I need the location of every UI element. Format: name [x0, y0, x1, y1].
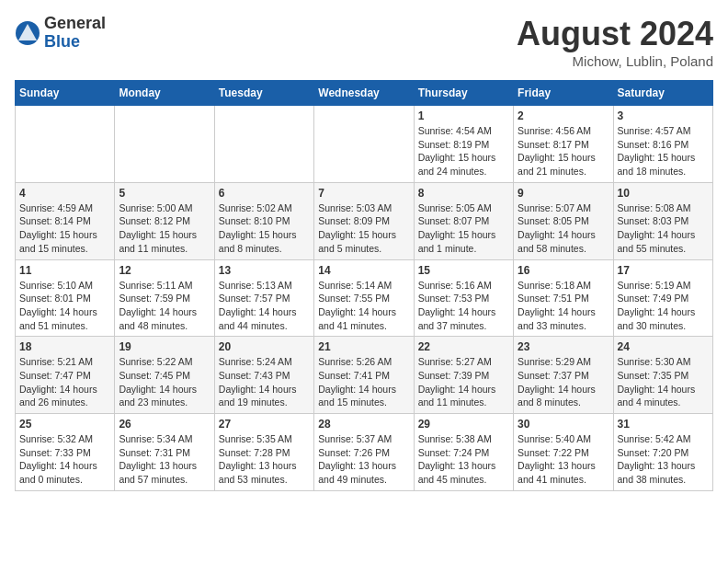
day-number: 10 — [618, 187, 709, 200]
day-number: 19 — [119, 340, 210, 353]
calendar-cell — [214, 106, 313, 183]
logo: General Blue — [15, 15, 106, 52]
day-number: 22 — [418, 340, 509, 353]
logo-text: General Blue — [44, 15, 106, 52]
day-info: Sunrise: 5:42 AM Sunset: 7:20 PM Dayligh… — [618, 432, 709, 487]
day-number: 6 — [219, 187, 310, 200]
day-info: Sunrise: 5:37 AM Sunset: 7:26 PM Dayligh… — [318, 432, 409, 487]
calendar-cell: 28Sunrise: 5:37 AM Sunset: 7:26 PM Dayli… — [314, 414, 414, 491]
day-number: 9 — [518, 187, 609, 200]
calendar-cell — [115, 106, 214, 183]
day-number: 15 — [418, 264, 509, 277]
day-info: Sunrise: 4:57 AM Sunset: 8:16 PM Dayligh… — [618, 124, 709, 178]
calendar-cell: 6Sunrise: 5:02 AM Sunset: 8:10 PM Daylig… — [214, 182, 313, 259]
calendar-cell: 24Sunrise: 5:30 AM Sunset: 7:35 PM Dayli… — [613, 337, 712, 414]
title-block: August 2024 Michow, Lublin, Poland — [517, 15, 713, 69]
day-number: 25 — [19, 418, 110, 431]
calendar-cell: 26Sunrise: 5:34 AM Sunset: 7:31 PM Dayli… — [115, 414, 214, 491]
location: Michow, Lublin, Poland — [517, 53, 713, 69]
day-info: Sunrise: 5:35 AM Sunset: 7:28 PM Dayligh… — [219, 432, 310, 487]
day-info: Sunrise: 5:27 AM Sunset: 7:39 PM Dayligh… — [418, 355, 509, 409]
day-info: Sunrise: 5:18 AM Sunset: 7:51 PM Dayligh… — [518, 279, 609, 333]
calendar-cell: 5Sunrise: 5:00 AM Sunset: 8:12 PM Daylig… — [115, 182, 214, 259]
day-number: 29 — [418, 418, 509, 431]
day-number: 27 — [219, 418, 310, 431]
day-info: Sunrise: 5:34 AM Sunset: 7:31 PM Dayligh… — [119, 432, 210, 487]
calendar-week-row: 25Sunrise: 5:32 AM Sunset: 7:33 PM Dayli… — [16, 414, 713, 491]
day-info: Sunrise: 4:59 AM Sunset: 8:14 PM Dayligh… — [19, 201, 110, 256]
logo-icon — [15, 20, 40, 46]
calendar-cell: 25Sunrise: 5:32 AM Sunset: 7:33 PM Dayli… — [16, 414, 115, 491]
day-info: Sunrise: 5:40 AM Sunset: 7:22 PM Dayligh… — [518, 432, 609, 487]
day-number: 4 — [19, 187, 110, 200]
calendar-cell: 30Sunrise: 5:40 AM Sunset: 7:22 PM Dayli… — [514, 414, 613, 491]
day-info: Sunrise: 5:38 AM Sunset: 7:24 PM Dayligh… — [418, 432, 509, 487]
calendar-cell: 7Sunrise: 5:03 AM Sunset: 8:09 PM Daylig… — [314, 182, 414, 259]
calendar-cell: 21Sunrise: 5:26 AM Sunset: 7:41 PM Dayli… — [314, 337, 414, 414]
calendar-week-row: 11Sunrise: 5:10 AM Sunset: 8:01 PM Dayli… — [16, 259, 713, 337]
calendar-cell: 10Sunrise: 5:08 AM Sunset: 8:03 PM Dayli… — [613, 182, 712, 259]
calendar-cell: 18Sunrise: 5:21 AM Sunset: 7:47 PM Dayli… — [16, 337, 115, 414]
calendar-cell: 31Sunrise: 5:42 AM Sunset: 7:20 PM Dayli… — [613, 414, 712, 491]
calendar-cell: 1Sunrise: 4:54 AM Sunset: 8:19 PM Daylig… — [414, 106, 513, 183]
day-info: Sunrise: 5:14 AM Sunset: 7:55 PM Dayligh… — [318, 279, 409, 333]
day-number: 13 — [219, 264, 310, 277]
calendar-cell: 14Sunrise: 5:14 AM Sunset: 7:55 PM Dayli… — [314, 259, 414, 337]
day-info: Sunrise: 5:11 AM Sunset: 7:59 PM Dayligh… — [119, 279, 210, 333]
weekday-header: Monday — [115, 81, 214, 106]
weekday-header: Tuesday — [214, 81, 313, 106]
weekday-header: Thursday — [414, 81, 513, 106]
day-info: Sunrise: 5:00 AM Sunset: 8:12 PM Dayligh… — [119, 201, 210, 256]
day-info: Sunrise: 5:29 AM Sunset: 7:37 PM Dayligh… — [518, 355, 609, 409]
day-info: Sunrise: 5:24 AM Sunset: 7:43 PM Dayligh… — [219, 355, 310, 409]
calendar-cell: 3Sunrise: 4:57 AM Sunset: 8:16 PM Daylig… — [613, 106, 712, 183]
calendar-body: 1Sunrise: 4:54 AM Sunset: 8:19 PM Daylig… — [16, 106, 713, 491]
calendar-week-row: 1Sunrise: 4:54 AM Sunset: 8:19 PM Daylig… — [16, 106, 713, 183]
calendar-week-row: 18Sunrise: 5:21 AM Sunset: 7:47 PM Dayli… — [16, 337, 713, 414]
day-number: 11 — [19, 264, 110, 277]
day-number: 14 — [318, 264, 409, 277]
day-info: Sunrise: 5:07 AM Sunset: 8:05 PM Dayligh… — [518, 201, 609, 256]
day-info: Sunrise: 5:21 AM Sunset: 7:47 PM Dayligh… — [19, 355, 110, 409]
day-number: 17 — [618, 264, 709, 277]
calendar-cell: 9Sunrise: 5:07 AM Sunset: 8:05 PM Daylig… — [514, 182, 613, 259]
day-number: 23 — [518, 340, 609, 353]
day-info: Sunrise: 5:10 AM Sunset: 8:01 PM Dayligh… — [19, 279, 110, 333]
calendar-cell — [314, 106, 414, 183]
calendar-cell: 15Sunrise: 5:16 AM Sunset: 7:53 PM Dayli… — [414, 259, 513, 337]
day-number: 8 — [418, 187, 509, 200]
weekday-header: Wednesday — [314, 81, 414, 106]
day-number: 18 — [19, 340, 110, 353]
day-info: Sunrise: 5:30 AM Sunset: 7:35 PM Dayligh… — [618, 355, 709, 409]
calendar-header: SundayMondayTuesdayWednesdayThursdayFrid… — [16, 81, 713, 106]
day-number: 20 — [219, 340, 310, 353]
calendar-table: SundayMondayTuesdayWednesdayThursdayFrid… — [15, 80, 713, 491]
weekday-header: Sunday — [16, 81, 115, 106]
day-info: Sunrise: 5:19 AM Sunset: 7:49 PM Dayligh… — [618, 279, 709, 333]
calendar-cell: 4Sunrise: 4:59 AM Sunset: 8:14 PM Daylig… — [16, 182, 115, 259]
weekday-header: Saturday — [613, 81, 712, 106]
day-info: Sunrise: 5:13 AM Sunset: 7:57 PM Dayligh… — [219, 279, 310, 333]
calendar-cell: 17Sunrise: 5:19 AM Sunset: 7:49 PM Dayli… — [613, 259, 712, 337]
calendar-week-row: 4Sunrise: 4:59 AM Sunset: 8:14 PM Daylig… — [16, 182, 713, 259]
day-number: 16 — [518, 264, 609, 277]
calendar-cell: 11Sunrise: 5:10 AM Sunset: 8:01 PM Dayli… — [16, 259, 115, 337]
logo-general: General — [44, 15, 106, 33]
day-number: 7 — [318, 187, 409, 200]
calendar-cell: 22Sunrise: 5:27 AM Sunset: 7:39 PM Dayli… — [414, 337, 513, 414]
page-header: General Blue August 2024 Michow, Lublin,… — [15, 15, 713, 69]
calendar-cell: 27Sunrise: 5:35 AM Sunset: 7:28 PM Dayli… — [214, 414, 313, 491]
calendar-cell: 8Sunrise: 5:05 AM Sunset: 8:07 PM Daylig… — [414, 182, 513, 259]
day-info: Sunrise: 4:56 AM Sunset: 8:17 PM Dayligh… — [518, 124, 609, 178]
calendar-cell: 12Sunrise: 5:11 AM Sunset: 7:59 PM Dayli… — [115, 259, 214, 337]
day-info: Sunrise: 5:22 AM Sunset: 7:45 PM Dayligh… — [119, 355, 210, 409]
day-number: 24 — [618, 340, 709, 353]
day-number: 30 — [518, 418, 609, 431]
day-number: 28 — [318, 418, 409, 431]
day-info: Sunrise: 5:16 AM Sunset: 7:53 PM Dayligh… — [418, 279, 509, 333]
calendar-cell: 19Sunrise: 5:22 AM Sunset: 7:45 PM Dayli… — [115, 337, 214, 414]
calendar-cell: 2Sunrise: 4:56 AM Sunset: 8:17 PM Daylig… — [514, 106, 613, 183]
weekday-row: SundayMondayTuesdayWednesdayThursdayFrid… — [16, 81, 713, 106]
calendar-cell: 23Sunrise: 5:29 AM Sunset: 7:37 PM Dayli… — [514, 337, 613, 414]
month-title: August 2024 — [517, 15, 713, 53]
